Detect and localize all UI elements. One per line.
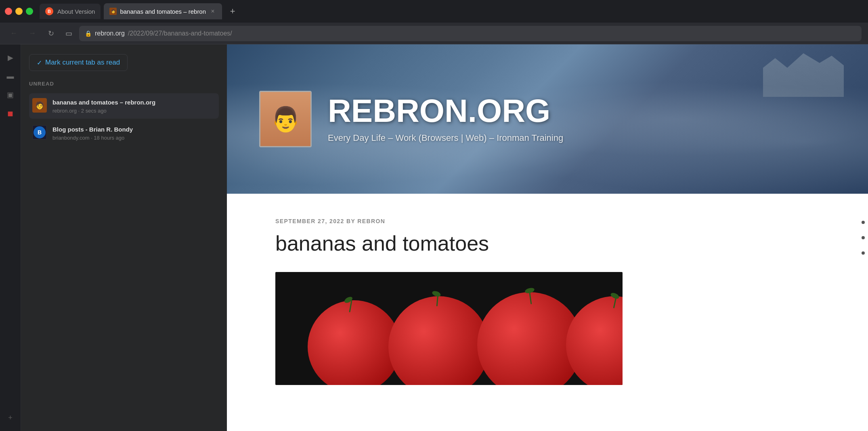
forward-button[interactable]: → (25, 26, 40, 41)
lock-icon: 🔒 (85, 30, 92, 37)
toolbar: ← → ↻ ▭ 🔒 rebron.org /2022/09/27/bananas… (0, 23, 868, 44)
avatar-face: 👨 (260, 92, 310, 146)
minimize-button[interactable] (15, 8, 23, 15)
b-icon: B (34, 126, 46, 138)
titlebar: B About Version 🧑 bananas and tomatoes –… (0, 0, 868, 23)
address-bar[interactable]: 🔒 rebron.org /2022/09/27/bananas-and-tom… (79, 26, 862, 41)
tab-active[interactable]: 🧑 bananas and tomatoes – rebron ✕ (104, 3, 222, 19)
back-button[interactable]: ← (6, 26, 21, 41)
new-tab-button[interactable]: + (225, 4, 240, 19)
close-button[interactable] (5, 8, 12, 15)
scroll-dot-1 (862, 221, 865, 224)
sidebar-icon-strip: ▶ ▬ ▣ ◼ + (0, 44, 21, 431)
tab-favicon: 🧑 (109, 8, 117, 15)
check-icon: ✓ (37, 59, 42, 67)
site-hero: 👨 REBRON.ORG Every Day Life – Work (Brow… (227, 44, 868, 194)
article-area: SEPTEMBER 27, 2022 BY REBRON bananas and… (227, 194, 868, 431)
brave-icon: B (45, 7, 53, 15)
tomato-4 (566, 296, 623, 385)
feed-favicon-brianbondy: B (32, 125, 47, 140)
tab-close-button[interactable]: ✕ (209, 8, 216, 15)
feed-text-brianbondy: Blog posts - Brian R. Bondy brianbondy.c… (52, 125, 216, 141)
article-image (275, 272, 623, 385)
sidebar-icon-add[interactable]: + (3, 410, 18, 425)
site-title: REBRON.ORG (328, 95, 836, 127)
sidebar-icon-reader[interactable]: ◼ (3, 106, 18, 121)
maximize-button[interactable] (26, 8, 33, 15)
feed-title-brianbondy: Blog posts - Brian R. Bondy (52, 125, 216, 134)
about-tab-label: About Version (57, 8, 95, 15)
feed-item-rebron[interactable]: 🧑 bananas and tomatoes – rebron.org rebr… (29, 93, 219, 119)
unread-section-label: UNREAD (29, 81, 219, 87)
tab-about-version[interactable]: B About Version (40, 4, 101, 19)
feed-text-rebron: bananas and tomatoes – rebron.org rebron… (52, 98, 216, 114)
site-subtitle: Every Day Life – Work (Browsers | Web) –… (328, 133, 836, 143)
url-domain: rebron.org (95, 30, 125, 37)
web-content: 👨 REBRON.ORG Every Day Life – Work (Brow… (227, 44, 868, 431)
scroll-dot-3 (862, 251, 865, 255)
feed-meta-rebron: rebron.org · 2 secs ago (52, 108, 216, 114)
tomato-2 (388, 296, 489, 385)
active-tab-label: bananas and tomatoes – rebron (120, 8, 206, 15)
article-date: SEPTEMBER 27, 2022 BY REBRON (275, 218, 820, 224)
hero-text: REBRON.ORG Every Day Life – Work (Browse… (328, 95, 836, 143)
reader-panel: ✓ Mark current tab as read UNREAD 🧑 bana… (21, 44, 227, 431)
sidebar-icon-panel[interactable]: ▬ (3, 69, 18, 84)
bookmark-button[interactable]: ▭ (62, 27, 75, 40)
mark-read-label: Mark current tab as read (45, 59, 120, 67)
url-path: /2022/09/27/bananas-and-tomatoes/ (128, 30, 232, 37)
scrollbar-indicators (862, 221, 865, 255)
mark-read-button[interactable]: ✓ Mark current tab as read (29, 54, 128, 71)
hero-overlay: 👨 REBRON.ORG Every Day Life – Work (Brow… (227, 44, 868, 194)
sidebar-icon-bookmark[interactable]: ▣ (3, 87, 18, 103)
article-title: bananas and tomatoes (275, 231, 820, 256)
feed-title-rebron: bananas and tomatoes – rebron.org (52, 98, 216, 107)
scroll-dot-2 (862, 236, 865, 239)
traffic-lights (5, 8, 33, 15)
feed-favicon-rebron: 🧑 (32, 98, 47, 113)
feed-meta-brianbondy: brianbondy.com · 18 hours ago (52, 135, 216, 141)
sidebar-icon-video[interactable]: ▶ (3, 50, 18, 65)
hero-avatar: 👨 (259, 91, 312, 147)
reload-button[interactable]: ↻ (44, 26, 58, 41)
tomato-1 (308, 300, 400, 385)
main-area: ▶ ▬ ▣ ◼ + ✓ Mark current tab as read UNR… (0, 44, 868, 431)
feed-item-brianbondy[interactable]: B Blog posts - Brian R. Bondy brianbondy… (29, 120, 219, 146)
